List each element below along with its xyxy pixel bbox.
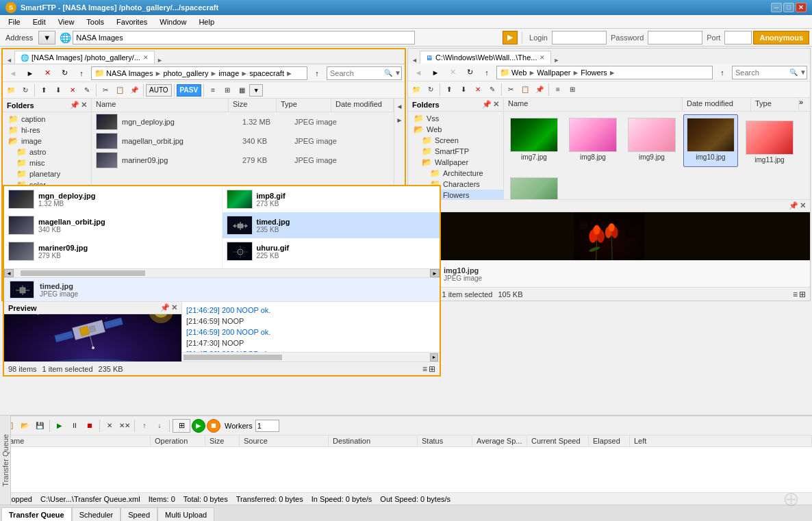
tq-up[interactable]: ↑ [138,419,151,433]
grid-img11[interactable]: img11.jpg [742,117,797,167]
tq-down[interactable]: ↓ [153,419,166,433]
log-scroll-track[interactable] [183,355,430,360]
tab-speed[interactable]: Speed [120,507,157,521]
rfolder-web[interactable]: 📂 Web [408,124,503,135]
tb-rename[interactable]: ✎ [80,84,94,97]
col-date[interactable]: Date modified [331,99,394,112]
right-tb-cut[interactable]: ✂ [504,83,518,97]
tcol-name[interactable]: Name [0,435,151,446]
right-tb-download[interactable]: ⬇ [457,83,470,97]
right-forward-button[interactable]: ► [428,66,443,79]
right-tb-rename[interactable]: ✎ [485,83,499,97]
file-uhuru[interactable]: uhuru.gif 225 KB [223,238,440,264]
right-preview-close[interactable]: ✕ [800,201,806,210]
right-search-icon[interactable]: 🔍 [787,68,800,76]
left-tab-close[interactable]: ✕ [143,54,149,61]
tb-paste[interactable]: 📌 [127,84,141,97]
tq-go-btn[interactable]: ▶ [192,419,205,433]
right-refresh-button[interactable]: ↻ [462,66,477,79]
right-search-dropdown[interactable]: ▼ [800,68,808,76]
file-timed[interactable]: timed.jpg 235 KB [223,212,440,238]
minimize-button[interactable]: ─ [771,3,782,12]
tq-play[interactable]: ▶ [53,419,66,433]
tcol-avg[interactable]: Average Sp... [472,435,527,446]
left-view-list[interactable]: ≡ [422,364,427,374]
tab-transfer-queue[interactable]: Transfer Queue [1,507,72,521]
left-preview-close[interactable]: ✕ [171,303,177,312]
right-tb-view2[interactable]: ⊞ [566,83,579,97]
log-scroll-thumb[interactable] [183,355,282,360]
scroll-left[interactable]: ◄ [4,269,14,277]
scroll-right[interactable]: ► [430,269,440,277]
right-path-bar[interactable]: 📁 Web ► Wallpaper ► Flowers ► [496,66,713,79]
tq-btn3[interactable]: 💾 [33,419,47,433]
tq-mode[interactable]: ⊞ [173,419,190,433]
left-path-bar[interactable]: 📁 NASA Images ► photo_gallery ► image ► … [91,66,307,80]
address-dropdown-button[interactable]: ▼ [38,31,55,45]
close-button[interactable]: ✕ [796,3,807,12]
rfolder-smartftp[interactable]: 📁 SmartFTP [408,146,503,157]
right-back-button[interactable]: ◄ [411,66,426,79]
tcol-status[interactable]: Status [418,435,472,446]
file-list-scrollbar[interactable]: ◄ ► [4,268,440,278]
tb-view-dropdown[interactable]: ▼ [249,84,263,97]
left-tab-active[interactable]: 🌐 [NASA Images] /photo_gallery/... ✕ [14,51,155,64]
tq-workers-input[interactable] [255,420,279,432]
rcol-type[interactable]: Type [751,98,799,111]
tq-stop[interactable]: ⏹ [83,419,97,433]
left-stop-button[interactable]: ✕ [40,66,55,80]
left-preview-pin[interactable]: 📌 [160,303,170,312]
folder-hi-res[interactable]: 📁 hi-res [3,125,91,136]
rfolder-architecture[interactable]: 📁 Architecture [408,168,503,179]
log-scrollbar[interactable]: ► [182,352,440,361]
scroll-thumb[interactable] [21,270,145,276]
left-folders-close[interactable]: ✕ [81,101,87,110]
login-input[interactable] [552,31,607,45]
go-button[interactable]: ▶ [503,31,518,45]
right-nav-prev[interactable]: ◄ [409,57,420,64]
folder-astro[interactable]: 📁 astro [3,147,91,157]
tq-btn5[interactable]: ✕✕ [118,419,131,433]
right-tab-active[interactable]: 🖥 C:\Windows\Web\Wall...\The... ✕ [420,51,552,64]
right-up-button[interactable]: ↑ [479,66,494,79]
left-back-button[interactable]: ◄ [5,66,21,80]
right-stop-button[interactable]: ✕ [445,66,460,79]
right-tb-delete[interactable]: ✕ [471,83,485,97]
file-imp8[interactable]: imp8.gif 273 KB [223,186,440,212]
menu-tools[interactable]: Tools [81,16,110,27]
tb-refresh[interactable]: ↻ [18,84,32,97]
left-folders-pin[interactable]: 📌 [70,101,79,110]
right-tb-new[interactable]: 📁 [409,83,423,97]
left-view-grid[interactable]: ⊞ [429,364,435,374]
right-folders-close[interactable]: ✕ [493,100,499,109]
side-btn-1[interactable]: ◄ [394,100,405,112]
right-tb-view1[interactable]: ≡ [551,83,565,97]
tq-btn4[interactable]: ✕ [103,419,116,433]
file-mariner[interactable]: mariner09.jpg 279 KB JPEG image [92,151,394,170]
tcol-left[interactable]: Left [630,435,812,446]
file-mgn-deploy[interactable]: mgn_deploy.jpg 1.32 MB JPEG image [92,112,394,131]
right-tb-copy[interactable]: 📋 [518,83,532,97]
tq-pause[interactable]: ⏸ [68,419,81,433]
tcol-src[interactable]: Source [240,435,329,446]
col-type[interactable]: Type [277,99,331,112]
tb-view3[interactable]: ▦ [235,84,249,97]
rfolder-wallpaper[interactable]: 📂 Wallpaper [408,157,503,168]
grid-img8[interactable]: img8.jpg [566,114,620,167]
left-forward-button[interactable]: ► [23,66,38,80]
menu-favorites[interactable]: Favorites [111,16,153,27]
file-magellan[interactable]: magellan_orbit.jpg 340 KB JPEG image [92,131,394,151]
tb-view1[interactable]: ≡ [206,84,220,97]
grid-img9[interactable]: img9.jpg [624,114,679,167]
grid-img7[interactable]: img7.jpg [507,114,561,167]
left-search-icon[interactable]: 🔍 [382,69,394,77]
maximize-button[interactable]: □ [783,3,794,12]
tq-stop-btn[interactable]: ⏹ [207,419,220,433]
right-preview-pin[interactable]: 📌 [789,201,798,210]
file-magellan2[interactable]: magellan_orbit.jpg 340 KB [4,212,222,238]
right-folders-pin[interactable]: 📌 [482,100,492,109]
right-search-input[interactable] [733,68,787,77]
tb-auto-detect[interactable]: AUTO [146,84,172,97]
rcol-name[interactable]: Name [504,98,683,111]
rcol-date[interactable]: Date modified [683,98,751,111]
